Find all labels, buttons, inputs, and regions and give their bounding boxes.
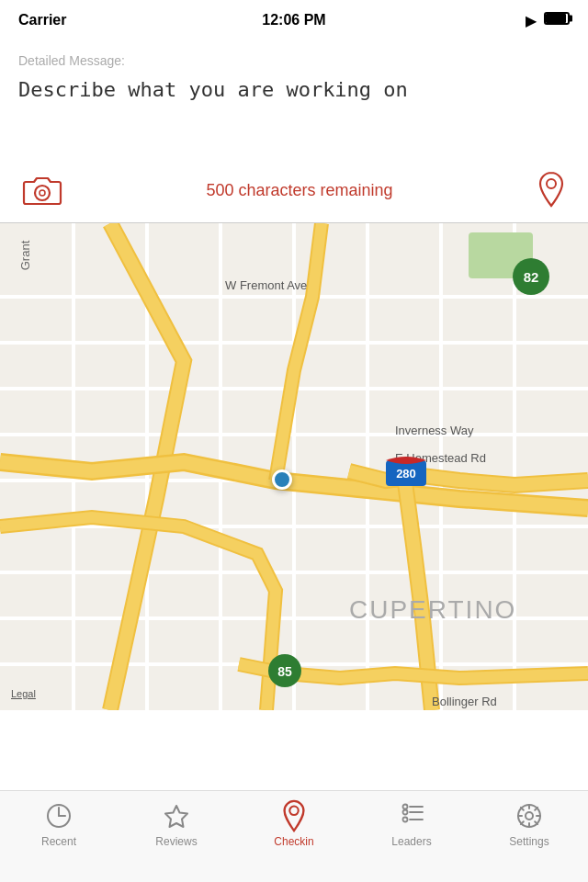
svg-text:W Fremont Ave: W Fremont Ave (225, 278, 307, 292)
map-container[interactable]: Grant W Fremont Ave Inverness Way E Home… (0, 223, 588, 710)
svg-marker-37 (165, 806, 187, 827)
message-area: Detailed Message: Describe what you are … (0, 40, 588, 160)
settings-icon (515, 802, 543, 830)
status-bar: Carrier 12:06 PM ▶ (0, 0, 588, 40)
svg-line-53 (535, 808, 537, 810)
tab-recent-label: Recent (41, 835, 76, 848)
message-input[interactable]: Describe what you are working on (18, 77, 570, 156)
svg-text:Inverness Way: Inverness Way (395, 424, 474, 437)
camera-button[interactable] (22, 173, 62, 209)
svg-point-46 (526, 812, 533, 820)
svg-point-43 (403, 805, 408, 809)
tab-settings[interactable]: Settings (470, 802, 588, 848)
svg-text:CUPERTINO: CUPERTINO (349, 595, 516, 624)
status-time: 12:06 PM (262, 12, 325, 28)
svg-point-39 (403, 810, 408, 815)
location-arrow-icon: ▶ (526, 12, 537, 29)
svg-text:85: 85 (277, 664, 292, 679)
char-count: 500 characters remaining (206, 181, 392, 200)
svg-text:Bollinger Rd: Bollinger Rd (432, 695, 497, 708)
tab-recent[interactable]: Recent (0, 802, 118, 848)
tab-leaders[interactable]: Leaders (353, 802, 470, 848)
status-right-icons: ▶ (526, 12, 570, 29)
tab-bar: Recent Reviews Checkin (0, 790, 588, 882)
svg-line-54 (521, 821, 524, 824)
svg-point-2 (40, 190, 45, 196)
toolbar: 500 characters remaining (0, 160, 588, 222)
tab-checkin[interactable]: Checkin (235, 802, 353, 848)
leaders-icon (398, 802, 425, 830)
svg-point-38 (289, 807, 298, 815)
pin-button[interactable] (537, 171, 566, 211)
reviews-icon (163, 802, 190, 830)
svg-text:Grant: Grant (18, 240, 32, 270)
tab-reviews-label: Reviews (155, 835, 197, 848)
svg-line-52 (535, 821, 537, 824)
tab-leaders-label: Leaders (391, 835, 431, 848)
svg-point-1 (35, 186, 50, 200)
message-label: Detailed Message: (18, 53, 570, 68)
recent-icon (45, 802, 73, 830)
tab-settings-label: Settings (509, 835, 548, 848)
svg-point-3 (547, 179, 556, 188)
battery-icon (544, 12, 570, 28)
legal-link[interactable]: Legal (11, 688, 36, 699)
svg-point-41 (403, 818, 408, 822)
divider (0, 222, 588, 223)
tab-checkin-label: Checkin (274, 835, 313, 848)
carrier-label: Carrier (18, 12, 66, 28)
svg-text:280: 280 (396, 467, 416, 481)
tab-reviews[interactable]: Reviews (118, 802, 235, 848)
status-carrier: Carrier (18, 12, 74, 28)
checkin-icon (280, 802, 308, 830)
user-location-dot (272, 469, 292, 490)
svg-line-51 (521, 808, 524, 810)
svg-text:82: 82 (524, 269, 539, 285)
